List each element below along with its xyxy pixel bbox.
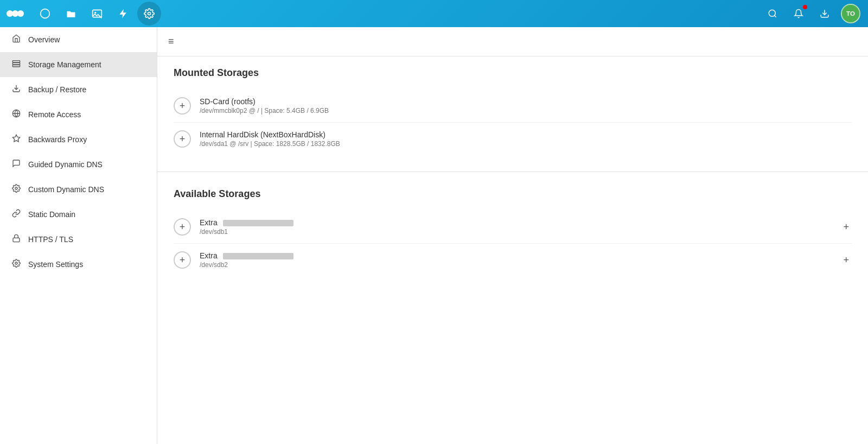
avatar-initials: TO <box>841 4 860 23</box>
svg-rect-18 <box>13 238 20 242</box>
search-icon[interactable] <box>761 2 784 26</box>
svg-point-17 <box>15 187 17 189</box>
sidebar-label-custom-dynamic-dns: Custom Dynamic DNS <box>28 185 104 194</box>
sdb1-info: Extra /dev/sdb1 <box>200 218 840 236</box>
topnav: TO <box>0 0 868 27</box>
sdb2-name: Extra <box>200 251 840 260</box>
sidebar-item-static-domain[interactable]: Static Domain <box>0 202 157 227</box>
harddisk-info: Internal HardDisk (NextBoxHardDisk) /dev… <box>200 130 852 148</box>
notification-badge <box>803 5 807 9</box>
chat-icon <box>11 159 22 170</box>
svg-rect-12 <box>12 63 20 65</box>
star-icon <box>11 134 22 145</box>
svg-rect-11 <box>12 61 20 62</box>
sdb2-mount-button[interactable]: + <box>840 252 852 269</box>
sidebar-label-static-domain: Static Domain <box>28 210 75 219</box>
sidebar-item-backup-restore[interactable]: Backup / Restore <box>0 77 157 102</box>
svg-point-2 <box>17 10 24 17</box>
nav-folder-icon[interactable] <box>59 2 83 26</box>
svg-point-3 <box>41 9 50 18</box>
sidebar-label-backwards-proxy: Backwards Proxy <box>28 135 87 144</box>
sdb1-detail: /dev/sdb1 <box>200 228 840 236</box>
sidebar-item-remote-access[interactable]: Remote Access <box>0 102 157 127</box>
sidebar-label-overview: Overview <box>28 35 60 44</box>
storage-item-sdb2: + Extra /dev/sdb2 + <box>174 244 852 276</box>
sdcard-detail: /dev/mmcblk0p2 @ / | Space: 5.4GB / 6.9G… <box>200 107 852 115</box>
sdb1-mount-button[interactable]: + <box>840 219 852 236</box>
content-header: ≡ <box>157 27 868 56</box>
nav-image-icon[interactable] <box>85 2 109 26</box>
topnav-icons <box>33 2 761 26</box>
sidebar-label-storage-management: Storage Management <box>28 60 101 69</box>
content-area: ≡ Mounted Storages + SD-Card (rootfs) /d… <box>157 27 868 444</box>
svg-point-6 <box>148 12 151 15</box>
storage-item-sdcard: + SD-Card (rootfs) /dev/mmcblk0p2 @ / | … <box>174 90 852 123</box>
sidebar-label-system-settings: System Settings <box>28 260 83 269</box>
svg-point-19 <box>15 262 17 264</box>
sdcard-add-button[interactable]: + <box>174 97 191 115</box>
storage-icon <box>11 59 22 70</box>
sidebar-item-https-tls[interactable]: HTTPS / TLS <box>0 227 157 252</box>
nav-lightning-icon[interactable] <box>111 2 135 26</box>
sidebar-item-guided-dynamic-dns[interactable]: Guided Dynamic DNS <box>0 152 157 177</box>
sidebar-label-https-tls: HTTPS / TLS <box>28 235 73 244</box>
sidebar-label-backup-restore: Backup / Restore <box>28 85 86 94</box>
notification-icon[interactable] <box>787 2 810 26</box>
system-settings-icon <box>11 259 22 270</box>
sidebar-label-guided-dynamic-dns: Guided Dynamic DNS <box>28 160 103 169</box>
sidebar-item-storage-management[interactable]: Storage Management <box>0 52 157 77</box>
sdcard-info: SD-Card (rootfs) /dev/mmcblk0p2 @ / | Sp… <box>200 97 852 115</box>
lock-icon <box>11 234 22 245</box>
mounted-storages-section: Mounted Storages + SD-Card (rootfs) /dev… <box>157 56 868 166</box>
link-icon <box>11 209 22 220</box>
storage-item-sdb1: + Extra /dev/sdb1 + <box>174 211 852 244</box>
globe-icon <box>11 109 22 120</box>
nav-settings-icon[interactable] <box>137 2 161 26</box>
sidebar: Overview Storage Management Backup / Res… <box>0 27 157 444</box>
sdb2-add-button[interactable]: + <box>174 251 191 269</box>
harddisk-add-button[interactable]: + <box>174 130 191 148</box>
svg-rect-13 <box>12 65 20 67</box>
sdb2-info: Extra /dev/sdb2 <box>200 251 840 269</box>
svg-point-7 <box>769 10 775 16</box>
sidebar-item-backwards-proxy[interactable]: Backwards Proxy <box>0 127 157 152</box>
topnav-right: TO <box>761 2 863 26</box>
mounted-storages-title: Mounted Storages <box>174 67 852 79</box>
sidebar-label-remote-access: Remote Access <box>28 110 81 119</box>
harddisk-detail: /dev/sda1 @ /srv | Space: 1828.5GB / 183… <box>200 140 852 148</box>
sdcard-name: SD-Card (rootfs) <box>200 97 852 106</box>
sdb1-redacted <box>223 220 293 226</box>
sdb1-name: Extra <box>200 218 840 227</box>
available-storages-section: Available Storages + Extra /dev/sdb1 + + <box>157 177 868 287</box>
nav-dashboard-icon[interactable] <box>33 2 57 26</box>
app-logo[interactable] <box>5 4 25 23</box>
sidebar-item-overview[interactable]: Overview <box>0 27 157 52</box>
user-avatar[interactable]: TO <box>839 2 863 26</box>
hamburger-menu[interactable]: ≡ <box>168 36 174 47</box>
svg-point-5 <box>94 12 96 14</box>
main-container: Overview Storage Management Backup / Res… <box>0 27 868 444</box>
svg-marker-16 <box>12 135 20 142</box>
sdb2-redacted <box>223 253 293 259</box>
gear-icon <box>11 184 22 195</box>
sdb2-detail: /dev/sdb2 <box>200 261 840 269</box>
backup-icon <box>11 84 22 95</box>
sidebar-item-custom-dynamic-dns[interactable]: Custom Dynamic DNS <box>0 177 157 202</box>
storage-item-harddisk: + Internal HardDisk (NextBoxHardDisk) /d… <box>174 123 852 155</box>
harddisk-name: Internal HardDisk (NextBoxHardDisk) <box>200 130 852 139</box>
sdb1-add-button[interactable]: + <box>174 218 191 236</box>
section-divider <box>157 172 868 172</box>
download-icon[interactable] <box>813 2 837 26</box>
svg-text:TO: TO <box>846 10 855 17</box>
home-icon <box>11 34 22 45</box>
sidebar-item-system-settings[interactable]: System Settings <box>0 252 157 277</box>
available-storages-title: Available Storages <box>174 188 852 200</box>
